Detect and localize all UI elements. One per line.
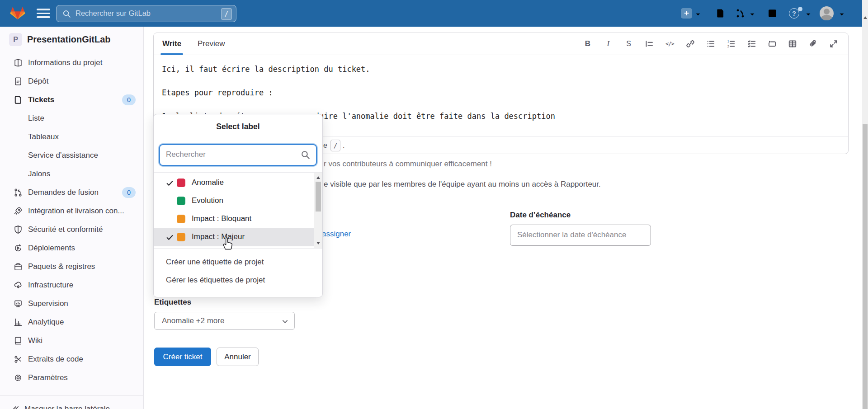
gitlab-logo[interactable] xyxy=(10,6,25,20)
link-icon[interactable] xyxy=(685,38,696,49)
slash-shortcut-key: / xyxy=(221,8,232,20)
label-option-impact-bloquant[interactable]: Impact : Bloquant xyxy=(154,210,314,228)
sidebar-item-security[interactable]: Sécurité et conformité xyxy=(0,220,144,239)
manage-project-labels-link[interactable]: Gérer les étiquettes de projet xyxy=(166,276,265,285)
create-issue-button[interactable]: Créer ticket xyxy=(154,348,211,366)
scrollbar-down-arrow-icon[interactable] xyxy=(316,242,320,244)
sidebar-item-label: Jalons xyxy=(28,169,50,179)
svg-text:1: 1 xyxy=(727,40,729,43)
confidential-hint-fragment: e visible que par les membres de l'équip… xyxy=(324,180,601,189)
new-menu-plus-icon[interactable]: + xyxy=(681,8,692,19)
sidebar-item-label: Demandes de fusion xyxy=(28,188,99,197)
label-search-placeholder: Rechercher xyxy=(166,150,206,159)
collapsible-section-icon[interactable] xyxy=(767,38,778,49)
top-navbar: Rechercher sur GitLab / + ? xyxy=(0,0,868,27)
tab-write[interactable]: Write xyxy=(162,33,181,55)
label-option-name: Evolution xyxy=(192,196,223,205)
bold-icon[interactable]: B xyxy=(582,38,593,49)
sidebar-item-wiki[interactable]: Wiki xyxy=(0,331,144,350)
sidebar-item-milestones[interactable]: Jalons xyxy=(0,165,144,183)
tab-preview[interactable]: Preview xyxy=(198,33,225,55)
global-search-input[interactable]: Rechercher sur GitLab / xyxy=(56,5,236,22)
attach-file-icon[interactable] xyxy=(808,38,819,49)
sidebar-collapse-section: Masquer la barre latérale xyxy=(0,395,144,409)
merge-requests-icon[interactable] xyxy=(735,8,745,19)
sidebar: P PresentationGitLab Informations du pro… xyxy=(0,27,144,409)
label-color-swatch xyxy=(177,197,185,205)
chevron-down-icon[interactable] xyxy=(805,11,811,18)
project-avatar[interactable]: P xyxy=(9,33,22,46)
assign-to-me-link[interactable]: assigner xyxy=(322,230,351,239)
sidebar-item-project-information[interactable]: Informations du projet xyxy=(0,53,144,72)
sidebar-item-packages[interactable]: Paquets & registres xyxy=(0,257,144,276)
sidebar-item-settings[interactable]: Paramètres xyxy=(0,368,144,387)
editor-line: Etapes pour reproduire : xyxy=(162,88,273,97)
quote-icon[interactable] xyxy=(644,38,655,49)
sidebar-item-label: Informations du projet xyxy=(28,58,102,67)
sidebar-item-ci-cd[interactable]: Intégration et livraison con... xyxy=(0,202,144,220)
sidebar-item-snippets[interactable]: Extraits de code xyxy=(0,350,144,368)
italic-icon[interactable]: I xyxy=(603,38,613,49)
sidebar-item-repository[interactable]: Dépôt xyxy=(0,72,144,90)
sidebar-item-infrastructure[interactable]: Infrastructure xyxy=(0,276,144,294)
sidebar-item-issues[interactable]: Tickets 0 xyxy=(0,90,144,109)
sidebar-item-boards[interactable]: Tableaux xyxy=(0,127,144,146)
label-option-name: Impact : Bloquant xyxy=(192,214,251,223)
todo-icon[interactable] xyxy=(767,8,778,19)
label-list-scrollbar-thumb[interactable] xyxy=(316,182,321,212)
full-screen-icon[interactable] xyxy=(828,38,839,49)
task-list-icon[interactable] xyxy=(746,38,757,49)
sidebar-item-deployments[interactable]: Déploiements xyxy=(0,239,144,257)
modal-header: Select label xyxy=(154,114,322,139)
due-date-input[interactable]: Sélectionner la date d'échéance xyxy=(510,225,651,246)
create-project-label-link[interactable]: Créer une étiquette de projet xyxy=(166,258,264,267)
scrollbar-up-arrow-icon[interactable] xyxy=(863,16,867,19)
sidebar-item-label: Tableaux xyxy=(28,132,59,141)
collapse-sidebar-button[interactable]: Masquer la barre latérale xyxy=(0,400,144,409)
chevron-down-icon[interactable] xyxy=(695,11,701,18)
sidebar-item-label: Liste xyxy=(28,114,44,123)
label-option-anomalie[interactable]: Anomalie xyxy=(154,174,314,192)
sidebar-item-label: Tickets xyxy=(28,95,54,104)
label-option-impact-majeur[interactable]: Impact : Majeur xyxy=(154,228,314,246)
editor-footer-hint-period: . xyxy=(343,141,344,150)
modal-title: Select label xyxy=(154,114,322,139)
chevron-down-icon[interactable] xyxy=(749,11,755,18)
scrollbar-up-arrow-icon[interactable] xyxy=(316,176,320,179)
ci-cd-rocket-icon xyxy=(14,207,23,216)
gitlab-new-issue-page: Rechercher sur GitLab / + ? P Presentati… xyxy=(0,0,868,409)
bullet-list-icon[interactable] xyxy=(705,38,716,49)
label-option-evolution[interactable]: Evolution xyxy=(154,192,314,210)
strikethrough-icon[interactable]: S xyxy=(623,38,634,49)
page-scrollbar-thumb[interactable] xyxy=(863,124,868,409)
snippets-scissors-icon xyxy=(14,355,23,364)
sidebar-item-label: Paramètres xyxy=(28,373,68,382)
sidebar-item-issues-list[interactable]: Liste xyxy=(0,109,144,127)
chevron-down-icon xyxy=(282,318,288,325)
sidebar-item-monitor[interactable]: Supervision xyxy=(0,294,144,313)
avatar[interactable] xyxy=(820,6,834,20)
numbered-list-icon[interactable]: 12 xyxy=(726,38,736,49)
table-icon[interactable] xyxy=(787,38,798,49)
labels-dropdown[interactable]: Anomalie +2 more xyxy=(154,312,295,330)
issues-icon[interactable] xyxy=(715,8,726,19)
hamburger-menu-icon[interactable] xyxy=(37,9,50,19)
infrastructure-icon xyxy=(14,281,23,290)
sidebar-item-merge-requests[interactable]: Demandes de fusion 0 xyxy=(0,183,144,202)
sidebar-item-service-desk[interactable]: Service d’assistance xyxy=(0,146,144,165)
cancel-button[interactable]: Annuler xyxy=(217,348,259,366)
sidebar-item-analytics[interactable]: Analytique xyxy=(0,313,144,331)
labels-dropdown-value: Anomalie +2 more xyxy=(162,316,224,325)
check-icon xyxy=(166,234,174,241)
code-icon[interactable]: </> xyxy=(664,38,675,49)
chevron-down-icon[interactable] xyxy=(839,11,845,18)
label-list-scrollbar[interactable] xyxy=(314,173,322,248)
collapse-sidebar-label: Masquer la barre latérale xyxy=(24,404,110,409)
close-icon[interactable] xyxy=(307,122,316,131)
search-icon xyxy=(301,150,311,160)
svg-text:2: 2 xyxy=(727,45,729,48)
label-color-swatch xyxy=(177,215,185,223)
label-search-input[interactable]: Rechercher xyxy=(159,144,317,166)
sidebar-item-label: Intégration et livraison con... xyxy=(28,207,124,216)
project-name[interactable]: PresentationGitLab xyxy=(27,34,110,45)
